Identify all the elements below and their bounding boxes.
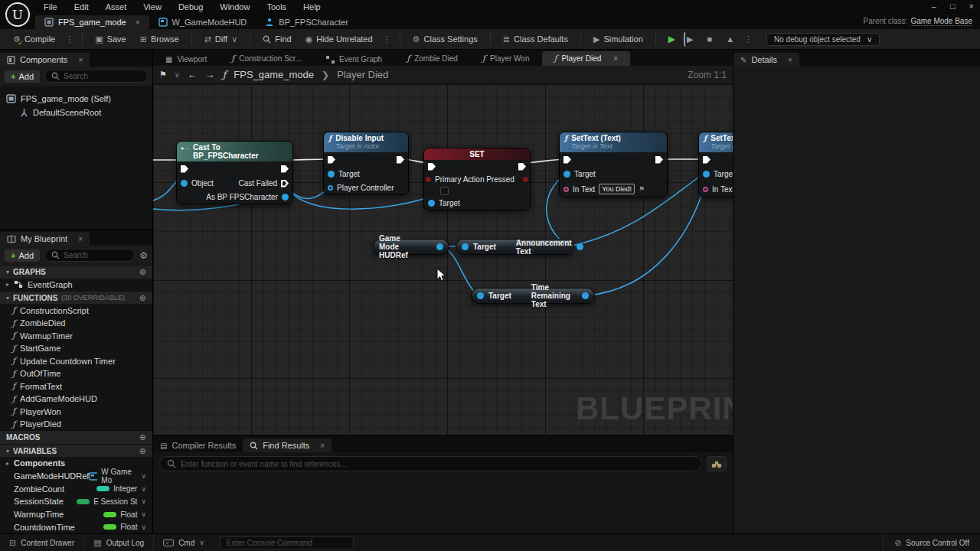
exec-in-pin[interactable] (181, 165, 188, 173)
graph-canvas[interactable]: BLUEPRINT (153, 84, 733, 435)
maximize-button[interactable]: □ (950, 2, 956, 11)
console-command-input[interactable]: Enter Console Command (220, 536, 354, 549)
object-pin[interactable] (181, 180, 188, 187)
menu-tools[interactable]: Tools (258, 2, 295, 11)
variable-warmuptime[interactable]: WarmupTime Float ∨ (0, 508, 152, 521)
tab-player-won[interactable]: ƒ Player Won (470, 51, 542, 66)
menu-window[interactable]: Window (211, 2, 258, 11)
target-pin[interactable] (462, 243, 469, 250)
stop-button[interactable]: ■ (701, 32, 717, 46)
menu-edit[interactable]: Edit (66, 2, 97, 11)
asset-tab-bp-fpscharacter[interactable]: BP_FPSCharacter (256, 15, 357, 29)
add-macro-icon[interactable]: ⊕ (139, 432, 146, 442)
hide-unrelated-options-icon[interactable]: ⋮ (381, 34, 393, 44)
browse-button[interactable]: ⊞ Browse (135, 32, 185, 47)
diff-button[interactable]: ⇄ Diff ∨ (199, 32, 243, 47)
target-pin[interactable] (428, 200, 435, 207)
close-tab-icon[interactable]: × (613, 54, 618, 63)
node-set-primary-action-pressed[interactable]: SET Primary Action Pressed Target (423, 148, 531, 210)
chevron-down-icon[interactable]: ∨ (141, 472, 146, 480)
node-settext-time-remaining[interactable]: ƒ SetText (Text)Target is Text Target In… (698, 132, 733, 197)
close-button[interactable]: × (969, 2, 974, 11)
menu-help[interactable]: Help (295, 2, 329, 11)
exec-out-pin[interactable] (281, 165, 289, 173)
my-blueprint-search-input[interactable]: Search (44, 249, 135, 262)
compiler-results-tab[interactable]: ▤ Compiler Results (153, 439, 243, 452)
chevron-right-icon[interactable]: ▸ (6, 281, 9, 288)
event-graph-item[interactable]: ▸ EventGraph (0, 279, 152, 291)
function-item-update-countdown-timer[interactable]: ƒUpdate Countdown Timer (0, 354, 152, 367)
node-get-time-remaining-text[interactable]: Target Time Remaining Text (471, 288, 595, 304)
add-blueprint-item-button[interactable]: + Add (5, 249, 40, 262)
player-controller-pin[interactable] (328, 185, 333, 191)
function-item-playerdied[interactable]: ƒPlayerDied (0, 418, 152, 431)
asset-tab-fps-game-mode[interactable]: FPS_game_mode × (35, 15, 149, 29)
details-panel-tab[interactable]: ✎ Details × (733, 53, 799, 67)
menu-file[interactable]: File (35, 2, 66, 11)
variable-sessionstate[interactable]: SessionState E Session St ∨ (0, 495, 152, 508)
debug-object-dropdown[interactable]: No debug object selected ∨ (766, 33, 880, 46)
class-defaults-button[interactable]: ≣ Class Defaults (498, 32, 573, 47)
simulation-button[interactable]: ▶ Simulation (588, 32, 648, 47)
tab-construction-script[interactable]: ƒ Construction Scr... (219, 51, 314, 66)
node-get-game-mode-hudref[interactable]: Game Mode HUDRef (373, 239, 449, 255)
exec-in-pin[interactable] (328, 156, 335, 164)
cmd-dropdown[interactable]: >_ Cmd ∨ (154, 534, 214, 551)
component-scene-root-item[interactable]: DefaultSceneRoot (0, 106, 152, 119)
minimize-button[interactable]: – (932, 2, 936, 11)
save-button[interactable]: ▣ Save (90, 32, 131, 47)
close-icon[interactable]: × (78, 56, 83, 64)
target-pin[interactable] (328, 171, 335, 178)
time-remaining-output-pin[interactable] (582, 292, 589, 299)
forward-arrow-icon[interactable]: → (204, 69, 214, 80)
function-item-formattext[interactable]: ƒFormatText (0, 380, 152, 393)
play-button[interactable]: ▶ (663, 31, 681, 47)
compile-button[interactable]: ⚙✓ Compile (8, 32, 60, 47)
menu-debug[interactable]: Debug (170, 2, 211, 11)
node-disable-input[interactable]: ƒ Disable InputTarget is Actor Target Pl… (323, 132, 409, 195)
tab-player-died[interactable]: ƒ Player Died × (542, 51, 631, 66)
localization-flag-icon[interactable]: ⚑ (639, 185, 645, 193)
class-settings-button[interactable]: ⚙ Class Settings (407, 32, 483, 47)
function-item-warmuptimer[interactable]: ƒWarmupTimer (0, 329, 152, 342)
close-icon[interactable]: × (78, 235, 83, 243)
tab-event-graph[interactable]: Event Graph (314, 53, 394, 66)
chevron-down-icon[interactable]: ∨ (141, 497, 146, 505)
target-pin[interactable] (477, 292, 484, 299)
find-in-blueprints-button[interactable] (707, 456, 727, 471)
as-bp-fpscharacter-pin[interactable] (282, 194, 289, 201)
add-graph-icon[interactable]: ⊕ (139, 267, 146, 277)
node-settext-announcement[interactable]: ƒ SetText (Text)Target is Text Target In… (559, 132, 668, 197)
back-arrow-icon[interactable]: ← (187, 69, 197, 80)
components-search-input[interactable]: Search (44, 70, 148, 83)
compile-options-icon[interactable]: ⋮ (64, 34, 75, 44)
function-item-addgamemodehud[interactable]: ƒAddGameModeHUD (0, 393, 152, 406)
node-cast-to-bp-fpscharacter[interactable]: ▸→Cast To BP_FPSCharacter Object Cast Fa… (176, 141, 293, 204)
find-references-input[interactable]: Enter function or event name to find ref… (159, 456, 702, 471)
function-item-startgame[interactable]: ƒStartGame (0, 342, 152, 355)
blueprint-settings-gear-icon[interactable]: ⚙ (139, 250, 148, 261)
close-icon[interactable]: × (788, 56, 792, 64)
bool-out-pin[interactable] (523, 177, 528, 182)
add-variable-icon[interactable]: ⊕ (139, 446, 146, 456)
tab-viewport[interactable]: ▦ Viewport (153, 53, 219, 66)
find-results-tab[interactable]: Find Results × (243, 439, 332, 452)
components-panel-tab[interactable]: Components × (0, 53, 90, 67)
in-text-pin[interactable] (564, 187, 569, 192)
variable-gamemodehudref[interactable]: GameModeHUDRef W Game Mo ∨ (0, 470, 152, 483)
breadcrumb-root[interactable]: FPS_game_mode (234, 69, 314, 80)
in-text-field[interactable]: You Died! (599, 184, 635, 194)
exec-out-pin[interactable] (655, 156, 663, 164)
add-function-icon[interactable]: ⊕ (139, 293, 146, 303)
menu-asset[interactable]: Asset (97, 2, 136, 11)
target-pin[interactable] (564, 171, 570, 178)
function-item-constructionscript[interactable]: ƒConstructionScript (0, 304, 152, 317)
functions-section-header[interactable]: ▾ FUNCTIONS (30 OVERRIDABLE) ⊕ (0, 291, 152, 304)
component-self-item[interactable]: FPS_game_mode (Self) (0, 92, 152, 106)
exec-in-pin[interactable] (703, 156, 710, 164)
chevron-down-icon[interactable]: ∨ (141, 485, 146, 493)
cast-failed-pin[interactable] (281, 180, 289, 187)
exec-in-pin[interactable] (564, 156, 571, 164)
exec-out-pin[interactable] (397, 156, 404, 164)
exec-out-pin[interactable] (518, 163, 526, 171)
